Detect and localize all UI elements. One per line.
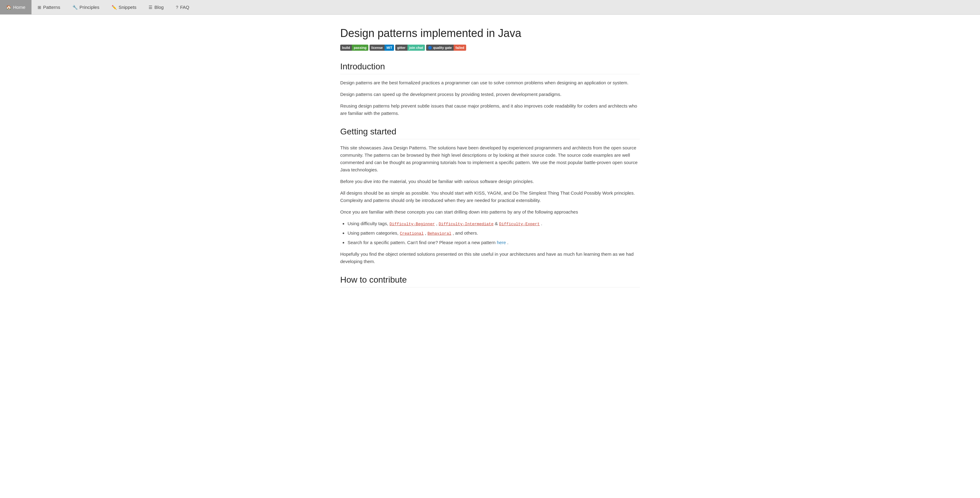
- introduction-heading: Introduction: [340, 62, 640, 74]
- nav-faq-label: FAQ: [180, 5, 189, 10]
- badge-gitter-left: gitter: [395, 44, 407, 51]
- nav-blog[interactable]: ☰ Blog: [142, 0, 170, 14]
- link-difficulty-expert[interactable]: Difficulty-Expert: [499, 222, 540, 227]
- badge-build-left: build: [340, 44, 352, 51]
- list-item-search-text: Search for a specific pattern. Can't fin…: [348, 240, 497, 245]
- badge-quality-right: failed: [453, 44, 466, 51]
- patterns-icon: ⊞: [38, 5, 41, 10]
- link-difficulty-beginner[interactable]: Difficulty-Beginner: [390, 222, 435, 227]
- page-title: Design patterns implemented in Java: [340, 27, 640, 40]
- badge-quality-left: 🔵 quality gate: [426, 44, 453, 51]
- badges-container: build passing license MIT gitter join ch…: [340, 44, 640, 51]
- list-item-difficulty: Using difficulty tags, Difficulty-Beginn…: [348, 220, 640, 228]
- badge-gitter-right: join chat: [407, 44, 425, 51]
- how-to-contribute-heading: How to contribute: [340, 275, 640, 287]
- blog-icon: ☰: [148, 5, 153, 10]
- list-item-categories-prefix: Using pattern categories,: [348, 230, 400, 236]
- getting-started-para-4: Once you are familiar with these concept…: [340, 208, 640, 216]
- main-content: Design patterns implemented in Java buil…: [322, 15, 658, 311]
- list-item-categories: Using pattern categories, Creational , B…: [348, 230, 640, 237]
- getting-started-para-3: All designs should be as simple as possi…: [340, 189, 640, 204]
- nav-patterns-label: Patterns: [43, 5, 60, 10]
- nav-faq[interactable]: ? FAQ: [170, 0, 195, 14]
- getting-started-para-1: This site showcases Java Design Patterns…: [340, 144, 640, 173]
- badge-gitter[interactable]: gitter join chat: [395, 44, 425, 51]
- intro-para-2: Design patterns can speed up the develop…: [340, 91, 640, 98]
- nav-home[interactable]: 🏠 Home: [0, 0, 32, 14]
- principles-icon: 🔧: [72, 5, 78, 10]
- list-item-search: Search for a specific pattern. Can't fin…: [348, 239, 640, 246]
- nav-principles[interactable]: 🔧 Principles: [66, 0, 105, 14]
- faq-icon: ?: [176, 5, 178, 10]
- getting-started-heading: Getting started: [340, 127, 640, 139]
- nav-patterns[interactable]: ⊞ Patterns: [32, 0, 66, 14]
- intro-para-3: Reusing design patterns help prevent sub…: [340, 102, 640, 117]
- nav-snippets[interactable]: ✏️ Snippets: [105, 0, 142, 14]
- badge-license-right: MIT: [385, 44, 394, 51]
- nav-principles-label: Principles: [80, 5, 99, 10]
- badge-quality[interactable]: 🔵 quality gate failed: [426, 44, 466, 51]
- intro-para-1: Design patterns are the best formalized …: [340, 79, 640, 86]
- badge-build[interactable]: build passing: [340, 44, 368, 51]
- nav-blog-label: Blog: [154, 5, 164, 10]
- link-difficulty-intermediate[interactable]: Difficulty-Intermediate: [439, 222, 493, 227]
- getting-started-list: Using difficulty tags, Difficulty-Beginn…: [348, 220, 640, 246]
- nav-snippets-label: Snippets: [119, 5, 136, 10]
- home-icon: 🏠: [6, 5, 11, 10]
- snippets-icon: ✏️: [111, 5, 117, 10]
- navbar: 🏠 Home ⊞ Patterns 🔧 Principles ✏️ Snippe…: [0, 0, 980, 15]
- getting-started-footer: Hopefully you find the object oriented s…: [340, 251, 640, 265]
- link-creational[interactable]: Creational: [400, 231, 424, 236]
- link-here[interactable]: here: [497, 240, 506, 245]
- nav-home-label: Home: [13, 5, 25, 10]
- badge-license[interactable]: license MIT: [369, 44, 394, 51]
- list-item-difficulty-prefix: Using difficulty tags,: [348, 221, 390, 226]
- link-behavioral[interactable]: Behavioral: [427, 231, 451, 236]
- badge-build-right: passing: [352, 44, 368, 51]
- getting-started-para-2: Before you dive into the material, you s…: [340, 178, 640, 185]
- badge-license-left: license: [369, 44, 385, 51]
